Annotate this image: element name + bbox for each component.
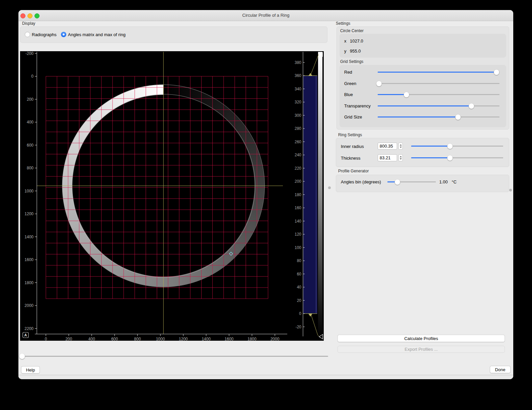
slider-green[interactable] [378,81,500,86]
svg-text:2000: 2000 [24,303,33,308]
svg-text:200: 200 [295,179,301,184]
svg-text:1600: 1600 [225,337,234,341]
angles-bin-unit: °C [452,179,457,184]
svg-text:120: 120 [295,232,301,237]
plot-area[interactable]: -200020040060080010001200140016001800200… [20,51,324,341]
svg-text:1400: 1400 [24,235,33,239]
inner-radius-stepper[interactable] [398,143,403,150]
profile-generator-label: Profile Generator [338,169,369,173]
inner-radius-field[interactable]: 800.35 [378,143,397,150]
angles-bin-value: 1.00 [439,179,448,184]
angles-bin-slider[interactable] [387,179,436,185]
svg-text:160: 160 [295,206,301,210]
thickness-field[interactable]: 83.21 [378,154,397,161]
plot-canvas[interactable]: -200020040060080010001200140016001800200… [20,51,324,341]
settings-section-label: Settings [336,21,350,26]
svg-text:320: 320 [295,100,301,104]
radio-angles-matrix[interactable] [61,32,66,37]
slider-grid-size-label: Grid Size [344,114,362,119]
svg-text:1800: 1800 [24,280,33,285]
svg-text:400: 400 [88,337,95,341]
svg-text:200: 200 [65,337,72,341]
slider-transparency[interactable] [378,103,500,109]
svg-text:380: 380 [295,60,301,65]
svg-text:600: 600 [111,337,118,341]
splitter-handle-right[interactable] [509,189,512,191]
svg-text:600: 600 [27,143,33,148]
thickness-slider[interactable] [411,155,503,161]
circle-center-x-value: 1027.0 [350,38,363,44]
radio-radiographs[interactable] [25,32,30,37]
svg-text:280: 280 [295,126,301,131]
title-bar[interactable]: Circular Profile of a Ring [18,10,513,21]
circle-center-box [339,34,506,58]
svg-text:-200: -200 [25,51,33,56]
circle-center-y-value: 955.0 [350,49,361,54]
svg-text:2200: 2200 [24,326,33,331]
svg-text:240: 240 [295,153,301,157]
desktop-background: Circular Profile of a Ring Display Radio… [0,0,532,410]
radio-radiographs-label: Radiographs [32,32,57,37]
svg-text:1200: 1200 [179,337,188,341]
svg-text:1200: 1200 [24,212,33,216]
slider-grid-size[interactable] [378,114,500,120]
svg-text:800: 800 [134,337,141,341]
svg-text:80: 80 [297,258,302,263]
circle-center-x-label: x [344,38,347,44]
slider-blue-label: Blue [344,92,353,97]
svg-text:220: 220 [295,166,301,171]
inner-radius-label: Inner radius [341,144,364,149]
svg-text:60: 60 [297,272,302,276]
circle-center-label: Circle Center [340,28,364,33]
svg-text:360: 360 [295,73,301,78]
svg-text:1800: 1800 [247,337,256,341]
ring-settings-label: Ring Settings [338,133,362,137]
svg-text:-20: -20 [296,325,302,329]
circle-center-y-label: y [344,49,347,54]
svg-text:260: 260 [295,140,301,144]
svg-text:0: 0 [299,311,301,316]
svg-text:400: 400 [27,120,33,125]
slider-red-label: Red [344,70,352,75]
window-title: Circular Profile of a Ring [18,10,513,21]
window-footer [18,375,513,379]
splitter-handle-left[interactable] [328,186,331,189]
slider-blue[interactable] [378,92,500,97]
slider-green-label: Green [344,81,356,86]
thickness-stepper[interactable] [398,154,403,161]
svg-text:100: 100 [295,245,301,250]
svg-text:1000: 1000 [156,337,165,341]
svg-text:300: 300 [295,113,301,118]
svg-text:2000: 2000 [271,337,280,341]
svg-text:200: 200 [27,97,33,102]
radio-angles-matrix-label: Angles matrix and max of ring [68,32,126,37]
plot-scroll-slider[interactable] [21,353,328,359]
help-button[interactable]: Help [21,366,40,374]
done-button[interactable]: Done [490,366,511,373]
export-profiles-button[interactable]: Export Profiles ... [337,346,505,353]
thickness-label: Thickness [341,156,361,161]
svg-text:180: 180 [295,192,301,197]
svg-text:140: 140 [295,219,301,224]
grid-settings-label: Grid Settings [340,59,363,64]
svg-text:20: 20 [297,298,302,303]
svg-text:0: 0 [45,337,47,341]
inner-radius-slider[interactable] [411,143,503,149]
svg-text:1000: 1000 [24,189,33,193]
ring-settings-box [336,138,509,167]
angles-bin-label: Angles bin (degrees) [341,179,381,184]
svg-text:40: 40 [297,285,302,290]
slider-transparency-label: Transparency [344,103,371,108]
svg-text:A: A [24,333,27,337]
svg-text:1600: 1600 [24,257,33,262]
svg-text:1400: 1400 [202,337,211,341]
display-section-label: Display [22,21,35,26]
svg-text:0: 0 [31,74,33,79]
calculate-profiles-button[interactable]: Calculate Profiles [337,335,505,342]
svg-text:800: 800 [27,166,33,170]
svg-text:340: 340 [295,87,301,91]
slider-red[interactable] [378,69,500,75]
app-window: Circular Profile of a Ring Display Radio… [18,10,513,379]
